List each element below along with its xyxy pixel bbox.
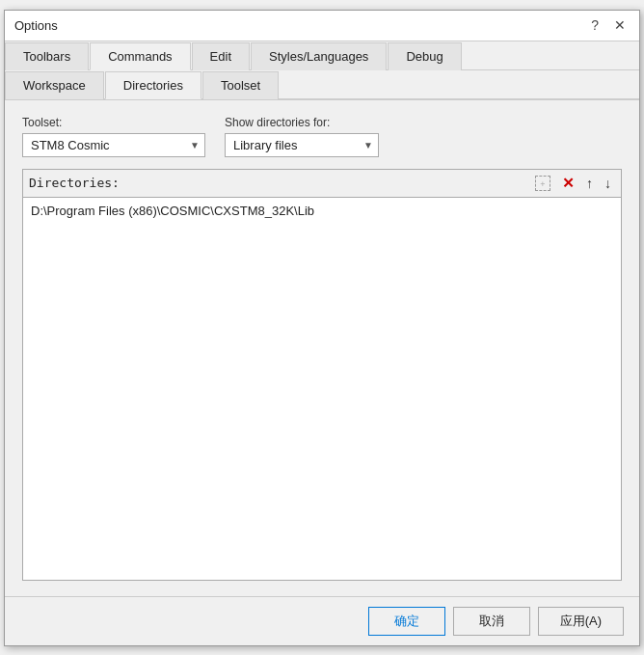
toolset-select-wrapper: STM8 Cosmic ▼ bbox=[22, 133, 205, 157]
toolset-select[interactable]: STM8 Cosmic bbox=[22, 133, 205, 157]
move-down-button[interactable]: ↓ bbox=[601, 175, 615, 192]
tab-workspace[interactable]: Workspace bbox=[5, 71, 104, 99]
tab-commands[interactable]: Commands bbox=[90, 42, 190, 70]
tab-directories[interactable]: Directories bbox=[105, 71, 201, 99]
close-button[interactable]: ✕ bbox=[610, 17, 630, 33]
tab-toolset[interactable]: Toolset bbox=[202, 71, 279, 99]
new-file-icon: + bbox=[535, 176, 550, 191]
directories-label: Directories: bbox=[29, 176, 120, 190]
help-button[interactable]: ? bbox=[587, 17, 603, 33]
toolset-label: Toolset: bbox=[22, 116, 205, 129]
fields-row: Toolset: STM8 Cosmic ▼ Show directories … bbox=[22, 116, 622, 157]
title-bar: Options ? ✕ bbox=[5, 11, 639, 41]
toolset-field-group: Toolset: STM8 Cosmic ▼ bbox=[22, 116, 205, 157]
move-up-button[interactable]: ↑ bbox=[582, 175, 597, 192]
tab-debug[interactable]: Debug bbox=[388, 42, 461, 70]
list-item[interactable]: D:\Program Files (x86)\COSMIC\CXSTM8_32K… bbox=[27, 202, 617, 220]
showdir-label: Show directories for: bbox=[225, 116, 379, 129]
tab-styles-languages[interactable]: Styles/Languages bbox=[251, 42, 387, 70]
footer: 确定 取消 应用(A) bbox=[5, 596, 639, 645]
options-dialog: Options ? ✕ Toolbars Commands Edit Style… bbox=[4, 10, 640, 646]
new-dir-button[interactable]: + bbox=[531, 174, 554, 193]
showdir-select[interactable]: Library files Include files Source files bbox=[225, 133, 379, 157]
delete-dir-button[interactable]: ✕ bbox=[558, 174, 578, 192]
apply-button[interactable]: 应用(A) bbox=[538, 607, 624, 636]
directories-header: Directories: + ✕ ↑ ↓ bbox=[22, 169, 622, 197]
tab-toolbars[interactable]: Toolbars bbox=[5, 42, 89, 70]
tabs-row2: Workspace Directories Toolset bbox=[5, 70, 639, 100]
directories-list[interactable]: D:\Program Files (x86)\COSMIC\CXSTM8_32K… bbox=[22, 197, 622, 581]
dialog-title: Options bbox=[14, 18, 58, 33]
showdir-select-wrapper: Library files Include files Source files… bbox=[225, 133, 379, 157]
content-area: Toolset: STM8 Cosmic ▼ Show directories … bbox=[5, 100, 639, 596]
tabs-row1: Toolbars Commands Edit Styles/Languages … bbox=[5, 41, 639, 70]
up-icon: ↑ bbox=[586, 177, 593, 190]
directories-section: Directories: + ✕ ↑ ↓ D:\ bbox=[22, 169, 622, 581]
tab-edit[interactable]: Edit bbox=[192, 42, 250, 70]
cancel-button[interactable]: 取消 bbox=[453, 607, 530, 636]
down-icon: ↓ bbox=[604, 177, 611, 190]
showdir-field-group: Show directories for: Library files Incl… bbox=[225, 116, 379, 157]
ok-button[interactable]: 确定 bbox=[368, 607, 445, 636]
title-controls: ? ✕ bbox=[587, 17, 630, 33]
delete-icon: ✕ bbox=[562, 176, 575, 190]
dir-toolbar: + ✕ ↑ ↓ bbox=[531, 174, 615, 193]
